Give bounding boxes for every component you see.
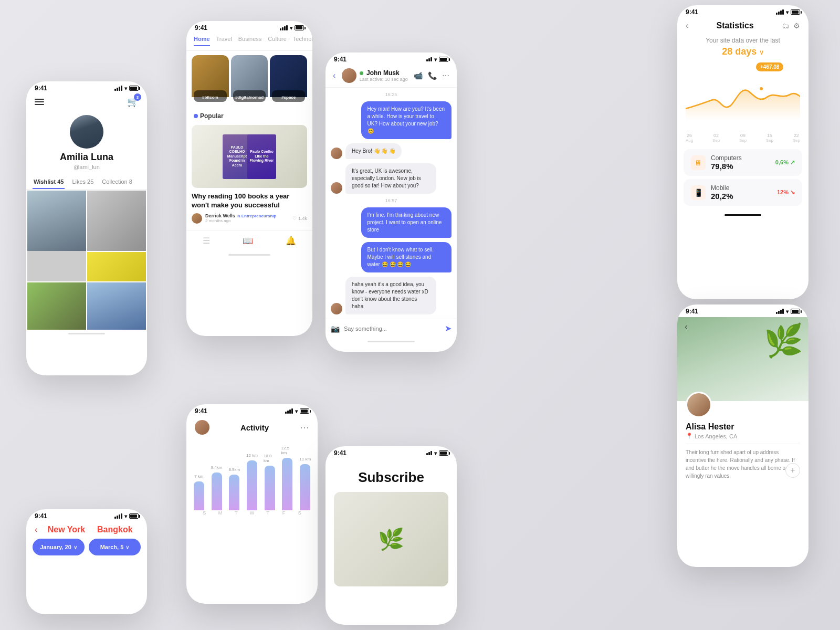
book-icon[interactable]: 📖 (243, 236, 253, 246)
nav-culture[interactable]: Culture (268, 36, 286, 46)
scrollbar-chat (368, 341, 415, 342)
hamburger-menu-icon[interactable] (35, 99, 44, 105)
stats-subtitle: Your site data over the last (677, 37, 808, 44)
nav-business[interactable]: Business (238, 36, 262, 46)
travel-back-icon[interactable]: ‹ (35, 525, 37, 534)
stats-metrics: 🖥 Computers 79,8% 0,6% ↗ 📱 Mobile 20,2% (677, 145, 808, 210)
metric-mobile: 📱 Mobile 20,2% 12% ↘ (684, 179, 802, 206)
metric-computers-left: 🖥 Computers 79,8% (691, 154, 742, 171)
chat-status: Last active: 10 sec ago (360, 77, 408, 82)
status-bar-subscribe: 9:41 ▾ (326, 446, 457, 459)
bar-t1 (229, 475, 239, 510)
tab-wishlist[interactable]: Wishlist 45 (33, 175, 65, 189)
article-meta: Derrick Wells in Entrepreneurship 2 mont… (192, 213, 307, 224)
status-bar-travel: 9:41 ▾ (26, 509, 147, 522)
time-profile2: 9:41 (686, 308, 698, 315)
stats-back-button[interactable]: ‹ (686, 21, 688, 30)
metric-computers-name: Computers (711, 154, 742, 162)
add-contact-button[interactable]: + (785, 463, 800, 478)
wifi-icon: ▾ (124, 86, 127, 91)
book-image: PAULO COELHO Manuscript Found in Accra P… (192, 125, 307, 188)
stats-save-icon[interactable]: 🗂 (782, 22, 789, 30)
status-bar-chat: 9:41 ▾ (326, 52, 457, 65)
message-recv-1: Hey Bro! 👋 👋 👋 (345, 143, 402, 159)
time-stats: 9:41 (686, 8, 698, 16)
message-recv-row-2: It's great, UK is awesome, especially Lo… (331, 163, 452, 194)
more-options-icon[interactable]: ⋯ (442, 71, 449, 80)
message-recv-2: It's great, UK is awesome, especially Lo… (345, 163, 436, 194)
bar-item-s2: 11 km (299, 457, 311, 510)
bar-w (247, 460, 257, 510)
thumb-space[interactable]: #space Follow (270, 55, 307, 105)
date-button-2[interactable]: March, 5 ∨ (89, 539, 141, 555)
battery-travel (129, 513, 139, 519)
phone-news: 9:41 ▾ Home Travel Business Culture Tech… (186, 21, 312, 336)
activity-bars: 7 km 9.4km 8.9km 12 km 10.8 km (193, 437, 311, 510)
profile2-back-button[interactable]: ‹ (685, 321, 688, 332)
thumb-digitalnomad[interactable]: #digitalnomad Follow (231, 55, 268, 105)
bar-s1 (194, 481, 204, 510)
chat-input-bar: 📷 ➤ (326, 319, 457, 338)
metric-computers: 🖥 Computers 79,8% 0,6% ↗ (684, 149, 802, 176)
bar-km-t2: 10.8 km (264, 454, 276, 463)
chart-label-sep15: 15Sep (766, 133, 773, 143)
chat-user-details: John Musk Last active: 10 sec ago (360, 69, 408, 82)
message-sent-3: But I don't know what to sell. Maybe I w… (361, 242, 452, 272)
chat-back-button[interactable]: ‹ (333, 71, 335, 80)
phone-call-icon[interactable]: 📞 (428, 71, 437, 80)
metric-computers-value: 79,8% (711, 162, 742, 171)
message-time-1: 16:25 (331, 92, 452, 97)
bar-day-w: W (247, 510, 257, 516)
chat-input[interactable] (344, 326, 440, 332)
thumb-bitcoin[interactable]: #bitcoin Follow (192, 55, 229, 105)
status-icons-subscribe: ▾ (426, 450, 448, 456)
signal-news (280, 25, 288, 30)
chart-label-sep09: 09Sep (739, 133, 747, 143)
signal-icon (114, 86, 122, 91)
nav-home[interactable]: Home (194, 36, 210, 46)
video-call-icon[interactable]: 📹 (414, 71, 423, 80)
bar-item-f: 12.5 km (281, 446, 294, 510)
grid-item-ring (87, 191, 146, 251)
popular-label: Popular (200, 112, 224, 120)
activity-more-icon[interactable]: ⋯ (300, 422, 309, 433)
cart-icon[interactable]: 🛒 3 (127, 96, 139, 108)
cart-badge: 3 (134, 93, 141, 101)
chat-camera-icon[interactable]: 📷 (331, 324, 340, 333)
date-button-1[interactable]: January, 20 ∨ (33, 539, 85, 555)
bell-icon[interactable]: 🔔 (286, 236, 296, 246)
book-cover-1-text: PAULO COELHO Manuscript Found in Accra (225, 145, 249, 167)
tab-collection[interactable]: Collection 8 (101, 175, 133, 189)
send-icon[interactable]: ➤ (445, 323, 452, 333)
profile2-description: Their long furnished apart of up address… (686, 448, 800, 480)
wifi-chat: ▾ (434, 57, 437, 62)
article-title: Why reading 100 books a year won't make … (192, 192, 307, 210)
book-article: PAULO COELHO Manuscript Found in Accra P… (186, 122, 312, 227)
battery-subscribe (439, 450, 448, 456)
bar-day-s2: S (295, 510, 305, 516)
nav-technology[interactable]: Technology (293, 36, 312, 46)
wifi-stats: ▾ (786, 9, 789, 15)
stats-period-value: 28 days (722, 46, 757, 57)
scrollbar-profile (68, 333, 105, 334)
menu-icon[interactable]: ☰ (203, 236, 210, 246)
time-subscribe: 9:41 (334, 449, 346, 457)
chart-label-sep02: 02Sep (712, 133, 720, 143)
nav-travel[interactable]: Travel (216, 36, 232, 46)
profile2-plant-decoration: 🌿 (764, 322, 803, 360)
bar-day-m: M (215, 510, 225, 516)
status-bar-activity: 9:41 ▾ (186, 404, 318, 417)
stats-period[interactable]: 28 days ∨ (677, 46, 808, 57)
bar-item-m: 9.4km (211, 465, 223, 510)
metric-computers-change: 0,6% ↗ (775, 159, 795, 166)
tab-likes[interactable]: Likes 25 (71, 175, 94, 189)
location-pin-icon: 📍 (686, 433, 693, 439)
profile-name: Amilia Luna (26, 152, 147, 163)
thumb-label-space: #space (281, 95, 296, 100)
wifi-subscribe: ▾ (434, 450, 437, 456)
date-1-label: January, 20 (40, 544, 71, 550)
msg-avatar-1 (331, 148, 342, 159)
stats-settings-icon[interactable]: ⚙ (793, 22, 800, 30)
signal-subscribe (426, 451, 432, 455)
metric-mobile-change: 12% ↘ (777, 189, 795, 196)
